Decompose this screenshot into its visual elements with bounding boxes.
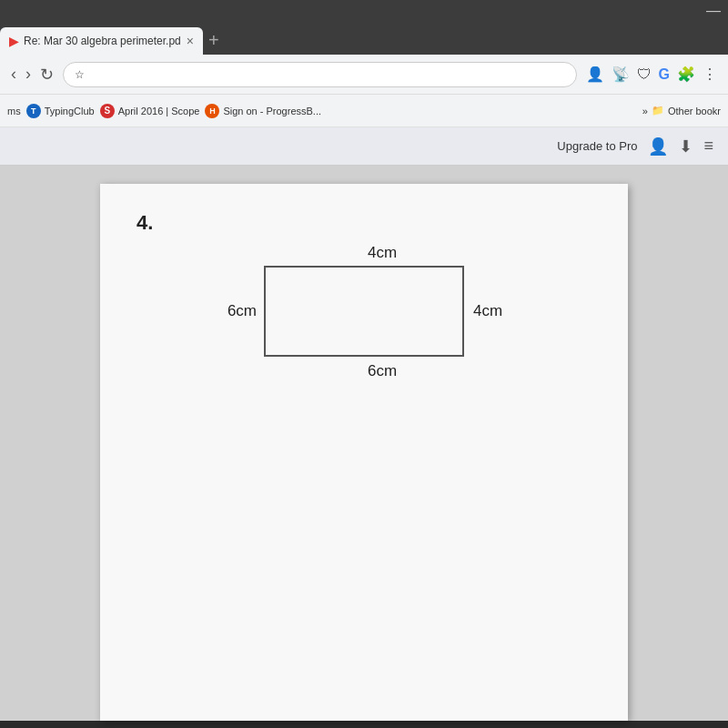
active-tab[interactable]: ▶ Re: Mar 30 algebra perimeter.pd × [0,27,203,55]
rectangle-problem: 4cm 6cm 4cm 6cm [209,244,519,380]
cast-icon[interactable]: 📡 [612,66,630,83]
dimension-bottom-label: 6cm [246,362,519,380]
address-bar[interactable]: ☆ [63,62,577,87]
scope-icon: S [100,104,115,118]
refresh-button[interactable]: ↻ [40,65,54,85]
upgrade-to-pro-button[interactable]: Upgrade to Pro [557,139,637,153]
more-bookmarks-icon[interactable]: » [642,106,648,116]
bookmark-scope[interactable]: S April 2016 | Scope [100,104,200,118]
ms-label: ms [7,106,21,116]
scope-label: April 2016 | Scope [118,106,200,116]
toolbar-icons: 👤 📡 🛡 G 🧩 ⋮ [586,66,717,83]
dimension-top-label: 4cm [246,244,519,262]
address-toolbar: ‹ › ↻ ☆ 👤 📡 🛡 G 🧩 ⋮ [0,55,728,95]
tab-pdf-icon: ▶ [9,35,18,48]
chrome-title-bar: — [0,0,728,22]
dimension-right-label: 4cm [464,302,502,320]
tab-bar: ▶ Re: Mar 30 algebra perimeter.pd × + [0,22,728,55]
progress-label: Sign on - ProgressB... [223,106,321,116]
middle-row: 6cm 4cm [209,266,519,357]
profile-icon[interactable]: 👤 [586,66,604,83]
tab-label: Re: Mar 30 algebra perimeter.pd [24,35,181,47]
minimize-button[interactable]: — [706,3,721,19]
star-icon[interactable]: ☆ [75,68,85,81]
pdf-menu-button[interactable]: ≡ [703,136,713,156]
bookmarks-right-area: » 📁 Other bookr [642,105,721,116]
folder-icon: 📁 [652,105,664,116]
pdf-content-area: 4. 4cm 6cm 4cm 6cm [0,166,728,721]
progress-icon: H [205,104,219,118]
puzzle-icon[interactable]: 🧩 [677,66,695,83]
forward-button[interactable]: › [25,65,31,84]
pdf-download-button[interactable]: ⬇ [679,136,693,157]
problem-number: 4. [136,211,592,235]
bookmarks-bar: ms T TypingClub S April 2016 | Scope H S… [0,95,728,127]
g-icon[interactable]: G [659,66,670,83]
pdf-person-icon[interactable]: 👤 [648,136,668,157]
bookmark-ms[interactable]: ms [7,106,21,116]
new-tab-button[interactable]: + [208,30,219,51]
tab-close-button[interactable]: × [187,34,194,48]
bookmark-typing-club[interactable]: T TypingClub [26,104,95,118]
bookmark-progress[interactable]: H Sign on - ProgressB... [205,104,321,118]
other-bookmarks-label[interactable]: Other bookr [668,106,721,116]
dimension-left-label: 6cm [209,302,264,320]
typing-club-icon: T [26,104,41,118]
typing-club-label: TypingClub [45,106,95,116]
menu-button[interactable]: ⋮ [703,66,717,83]
shield-icon[interactable]: 🛡 [637,66,652,83]
back-button[interactable]: ‹ [11,65,16,84]
pdf-page: 4. 4cm 6cm 4cm 6cm [100,184,628,721]
rectangle-shape [264,266,464,357]
pdf-toolbar: Upgrade to Pro 👤 ⬇ ≡ [0,127,728,166]
